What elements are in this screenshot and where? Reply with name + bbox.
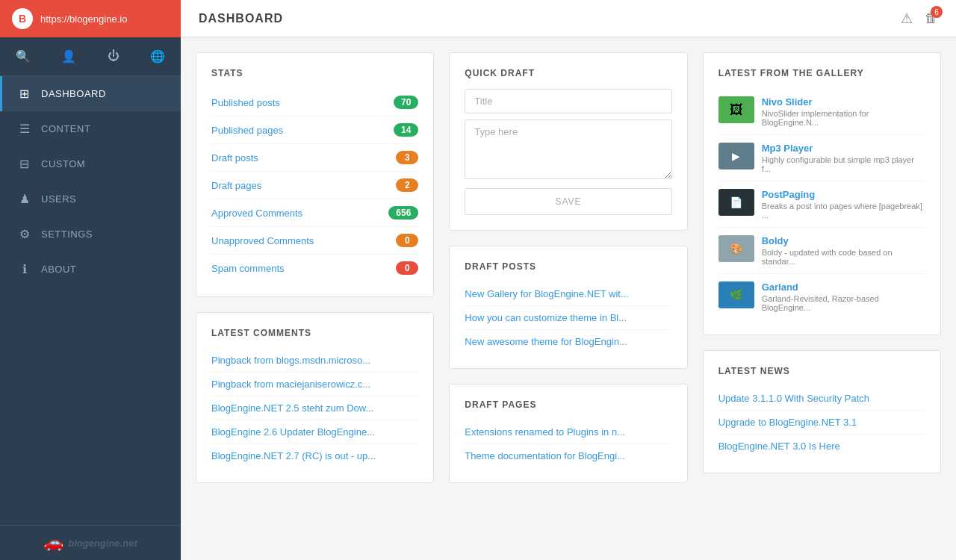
- gallery-name-4[interactable]: Garland: [762, 281, 925, 293]
- gallery-name-2[interactable]: PostPaging: [762, 189, 925, 200]
- about-icon: ℹ: [17, 262, 32, 276]
- site-url: https://blogengine.io: [40, 13, 127, 25]
- stat-badge-published-posts: 70: [394, 96, 418, 109]
- stat-row-published-posts: Published posts 70: [211, 89, 418, 116]
- draft-page-link-1[interactable]: Theme documentation for BlogEngi...: [465, 444, 671, 467]
- sidebar-item-users[interactable]: ♟ USERS: [0, 181, 181, 217]
- trash-badge: 6: [931, 6, 943, 18]
- stat-row-published-pages: Published pages 14: [211, 116, 418, 144]
- middle-column: QUICK DRAFT SAVE DRAFT POSTS New Gallery…: [449, 52, 687, 483]
- gallery-desc-2: Breaks a post into pages where [pagebrea…: [762, 202, 925, 220]
- comment-link-1[interactable]: Pingback from maciejaniserowicz.c...: [211, 373, 418, 396]
- stat-badge-draft-posts: 3: [396, 151, 418, 164]
- sidebar-item-custom[interactable]: ⊟ CUSTOM: [0, 146, 181, 181]
- stat-badge-unapproved-comments: 0: [396, 234, 418, 247]
- stat-label-draft-posts[interactable]: Draft posts: [211, 152, 258, 164]
- draft-post-link-0[interactable]: New Gallery for BlogEngine.NET wit...: [465, 282, 671, 306]
- stat-badge-draft-pages: 2: [396, 178, 418, 192]
- latest-news-title: LATEST NEWS: [718, 366, 925, 376]
- stat-label-unapproved-comments[interactable]: Unapproved Comments: [211, 235, 314, 246]
- sidebar: B https://blogengine.io 🔍 👤 ⏻ 🌐 ⊞ DASHBO…: [0, 0, 181, 560]
- right-column: LATEST FROM THE GALLERY 🖼 Nivo Slider Ni…: [703, 52, 941, 473]
- stat-label-approved-comments[interactable]: Approved Comments: [211, 208, 302, 219]
- page-title: DASHBOARD: [199, 12, 283, 25]
- stat-row-draft-posts: Draft posts 3: [211, 144, 418, 172]
- quick-draft-title-input[interactable]: [465, 89, 671, 113]
- sidebar-item-users-label: USERS: [41, 193, 76, 205]
- stat-label-draft-pages[interactable]: Draft pages: [211, 180, 261, 191]
- latest-comments-card: LATEST COMMENTS Pingback from blogs.msdn…: [196, 312, 434, 483]
- quick-draft-card: QUICK DRAFT SAVE: [449, 52, 687, 231]
- user-icon[interactable]: 👤: [55, 46, 82, 66]
- gallery-name-0[interactable]: Nivo Slider: [762, 96, 925, 108]
- stat-row-unapproved-comments: Unapproved Comments 0: [211, 227, 418, 255]
- sidebar-icon-row: 🔍 👤 ⏻ 🌐: [0, 37, 181, 76]
- search-icon[interactable]: 🔍: [10, 46, 37, 66]
- gallery-desc-1: Highly configurable but simple mp3 playe…: [762, 155, 925, 173]
- main-nav: ⊞ DASHBOARD ☰ CONTENT ⊟ CUSTOM ♟ USERS ⚙…: [0, 76, 181, 525]
- site-logo: B: [12, 8, 33, 29]
- sidebar-item-about-label: ABOUT: [41, 264, 76, 275]
- stat-label-spam-comments[interactable]: Spam comments: [211, 263, 285, 274]
- gallery-thumb-1: ▶: [718, 143, 754, 169]
- sidebar-footer: 🚗 blogengine.net: [0, 525, 181, 560]
- content-area: STATS Published posts 70 Published pages…: [181, 37, 956, 560]
- gallery-desc-0: NivoSlider implementation for BlogEngine…: [762, 109, 925, 127]
- draft-posts-title: DRAFT POSTS: [465, 261, 671, 272]
- topbar-actions: ⚠ 🗑 6: [901, 10, 938, 27]
- stat-row-approved-comments: Approved Comments 656: [211, 199, 418, 227]
- sidebar-item-custom-label: CUSTOM: [41, 158, 85, 169]
- sidebar-item-content[interactable]: ☰ CONTENT: [0, 111, 181, 146]
- gallery-thumb-2: 📄: [718, 189, 754, 216]
- footer-logo-text: blogengine.net: [68, 538, 137, 549]
- trash-icon[interactable]: 🗑 6: [925, 10, 938, 26]
- main-content: DASHBOARD ⚠ 🗑 6 STATS Published posts 70…: [181, 0, 956, 560]
- gallery-card: LATEST FROM THE GALLERY 🖼 Nivo Slider Ni…: [703, 52, 941, 335]
- gallery-thumb-4: 🌿: [718, 281, 754, 308]
- gallery-desc-3: Boldy - updated with code based on stand…: [762, 248, 925, 266]
- gallery-item-2: 📄 PostPaging Breaks a post into pages wh…: [718, 181, 925, 228]
- news-link-1[interactable]: Upgrade to BlogEngine.NET 3.1: [718, 411, 925, 435]
- gallery-desc-4: Garland-Revisited, Razor-based BlogEngin…: [762, 294, 925, 312]
- gallery-thumb-0: 🖼: [718, 96, 754, 123]
- gallery-item-4: 🌿 Garland Garland-Revisited, Razor-based…: [718, 274, 925, 320]
- topbar: DASHBOARD ⚠ 🗑 6: [181, 0, 956, 37]
- sidebar-item-about[interactable]: ℹ ABOUT: [0, 252, 181, 287]
- comment-link-0[interactable]: Pingback from blogs.msdn.microso...: [211, 349, 418, 373]
- news-link-0[interactable]: Update 3.1.1.0 With Security Patch: [718, 387, 925, 411]
- stats-card: STATS Published posts 70 Published pages…: [196, 52, 434, 297]
- stat-label-published-pages[interactable]: Published pages: [211, 125, 283, 136]
- custom-icon: ⊟: [17, 157, 32, 171]
- gallery-name-1[interactable]: Mp3 Player: [762, 143, 925, 154]
- comment-link-2[interactable]: BlogEngine.NET 2.5 steht zum Dow...: [211, 396, 418, 420]
- gallery-title: LATEST FROM THE GALLERY: [718, 68, 925, 78]
- stat-label-published-posts[interactable]: Published posts: [211, 97, 280, 108]
- latest-comments-title: LATEST COMMENTS: [211, 328, 418, 338]
- stats-title: STATS: [211, 68, 418, 78]
- dashboard-icon: ⊞: [17, 87, 32, 101]
- stat-row-spam-comments: Spam comments 0: [211, 255, 418, 281]
- draft-post-link-1[interactable]: How you can customize theme in Bl...: [465, 306, 671, 330]
- comment-link-3[interactable]: BlogEngine 2.6 Updater BlogEngine...: [211, 420, 418, 444]
- gallery-item-1: ▶ Mp3 Player Highly configurable but sim…: [718, 135, 925, 181]
- draft-post-link-2[interactable]: New awesome theme for BlogEngin...: [465, 330, 671, 353]
- power-icon[interactable]: ⏻: [102, 46, 125, 66]
- quick-draft-title: QUICK DRAFT: [465, 68, 671, 78]
- globe-icon[interactable]: 🌐: [144, 46, 171, 66]
- comment-link-4[interactable]: BlogEngine.NET 2.7 (RC) is out - up...: [211, 444, 418, 467]
- draft-page-link-0[interactable]: Extensions renamed to Plugins in n...: [465, 420, 671, 444]
- save-button[interactable]: SAVE: [465, 188, 671, 215]
- sidebar-item-dashboard[interactable]: ⊞ DASHBOARD: [0, 76, 181, 111]
- gallery-item-3: 🎨 Boldy Boldy - updated with code based …: [718, 228, 925, 274]
- sidebar-header: B https://blogengine.io: [0, 0, 181, 37]
- gallery-thumb-3: 🎨: [718, 235, 754, 262]
- alert-icon[interactable]: ⚠: [901, 10, 913, 27]
- gallery-name-3[interactable]: Boldy: [762, 235, 925, 246]
- quick-draft-content-input[interactable]: [465, 119, 671, 179]
- news-link-2[interactable]: BlogEngine.NET 3.0 Is Here: [718, 435, 925, 458]
- sidebar-item-settings-label: SETTINGS: [41, 228, 93, 240]
- draft-posts-card: DRAFT POSTS New Gallery for BlogEngine.N…: [449, 246, 687, 369]
- sidebar-item-settings[interactable]: ⚙ SETTINGS: [0, 217, 181, 252]
- draft-pages-title: DRAFT PAGES: [465, 399, 671, 410]
- sidebar-item-dashboard-label: DASHBOARD: [41, 88, 106, 99]
